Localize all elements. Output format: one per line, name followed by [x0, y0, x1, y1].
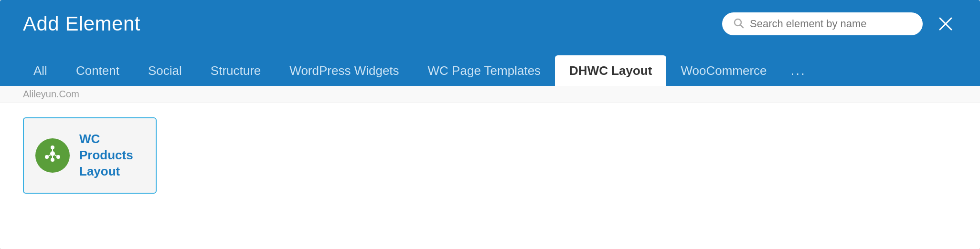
search-input[interactable] — [750, 18, 912, 30]
add-element-modal: Add Element All Content — [0, 0, 980, 249]
search-icon — [733, 17, 744, 31]
modal-header: Add Element — [0, 0, 980, 48]
watermark-bar: Alileyun.Com — [0, 86, 980, 103]
element-label: WC Products Layout — [79, 131, 144, 179]
close-button[interactable] — [934, 12, 957, 35]
tab-all[interactable]: All — [19, 55, 62, 86]
svg-point-4 — [50, 151, 55, 156]
tab-structure[interactable]: Structure — [196, 55, 276, 86]
watermark-text: Alileyun.Com — [23, 89, 79, 99]
header-right — [722, 12, 957, 35]
element-icon — [43, 144, 62, 167]
tab-more-button[interactable]: ... — [781, 55, 816, 86]
tab-woocommerce[interactable]: WooCommerce — [666, 55, 781, 86]
search-box — [722, 12, 923, 35]
svg-line-12 — [54, 155, 56, 156]
element-card-wc-products-layout[interactable]: WC Products Layout — [23, 117, 157, 194]
tabs-bar: All Content Social Structure WordPress W… — [0, 48, 980, 86]
element-icon-wrap — [35, 138, 70, 173]
svg-point-7 — [45, 155, 49, 159]
svg-line-1 — [741, 25, 744, 28]
tab-dhwc-layout[interactable]: DHWC Layout — [555, 55, 666, 86]
svg-line-11 — [48, 155, 50, 156]
modal-title: Add Element — [23, 12, 140, 35]
content-area: WC Products Layout — [0, 103, 980, 249]
tab-wc-page-templates[interactable]: WC Page Templates — [414, 55, 555, 86]
tab-social[interactable]: Social — [134, 55, 196, 86]
svg-point-5 — [51, 145, 54, 149]
tab-wordpress-widgets[interactable]: WordPress Widgets — [275, 55, 413, 86]
tab-content[interactable]: Content — [62, 55, 134, 86]
close-icon — [936, 14, 955, 33]
svg-point-8 — [56, 155, 60, 159]
svg-point-6 — [51, 158, 54, 162]
